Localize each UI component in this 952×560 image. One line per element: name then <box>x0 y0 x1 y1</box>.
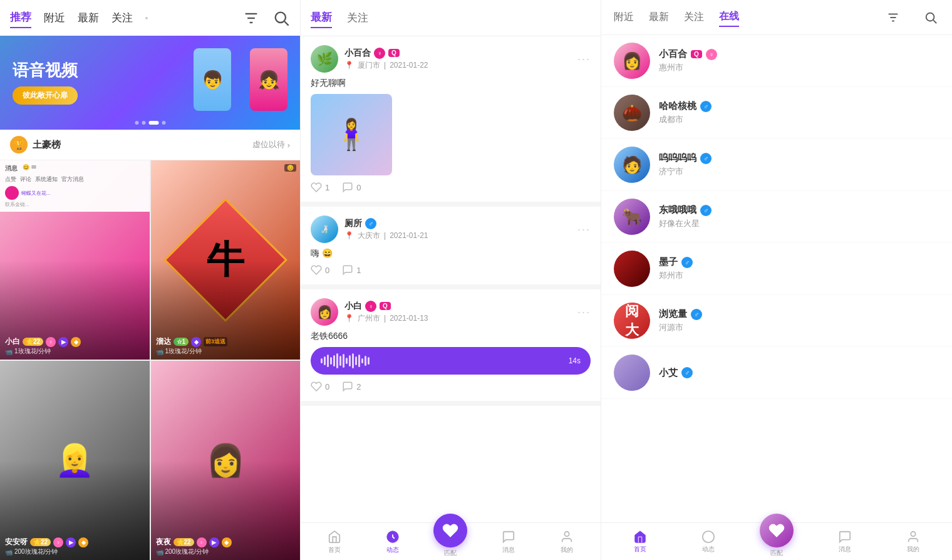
gender-icon: ♂ <box>700 101 711 112</box>
svg-point-10 <box>926 13 934 21</box>
feed-more-button[interactable]: ··· <box>577 223 591 236</box>
online-avatar <box>614 251 650 287</box>
bottom-nav-feed-label: 动态 <box>386 546 399 554</box>
filter-icon[interactable] <box>242 9 260 27</box>
online-avatar: 阅大 <box>614 303 650 339</box>
feed-like-button[interactable]: 0 <box>311 381 329 392</box>
feed-text: 嗨 😄 <box>311 248 591 259</box>
feed-more-button[interactable]: ··· <box>577 306 591 319</box>
feed-location: 厦门市 <box>358 60 380 71</box>
right-bottom-match[interactable]: 匹配 <box>743 526 811 557</box>
right-nav-follow[interactable]: 关注 <box>684 8 704 26</box>
right-bottom-nav: 首页 动态 匹配 消息 我的 <box>601 522 952 560</box>
gender-badge: ♀ <box>365 301 376 312</box>
nav-item-latest[interactable]: 最新 <box>78 8 99 28</box>
online-item[interactable]: 墨子 ♂ 郑州市 <box>601 243 952 295</box>
online-name-text: 小艾 <box>659 367 678 379</box>
feed-date: 2021-01-22 <box>390 61 428 70</box>
right-top-nav: 附近 最新 关注 在线 <box>601 0 952 35</box>
online-item[interactable]: 🐂 东哦哦哦 ♂ 好像在火星 <box>601 191 952 243</box>
online-avatar: 🧑 <box>614 147 650 183</box>
video-card[interactable]: 牛 😊 溜达 ☆1 ◆ 前3追送 📹1玫瑰花/分钟 <box>151 160 301 360</box>
nav-item-recommend[interactable]: 推荐 <box>10 8 31 28</box>
online-location: 济宁市 <box>659 166 939 177</box>
feed-avatar: 🍶 <box>311 215 338 243</box>
online-name-text: 哈哈核桃 <box>659 100 696 112</box>
mid-nav-follow[interactable]: 关注 <box>347 8 368 28</box>
feed-location: 大庆市 <box>358 231 380 241</box>
feed-username-text: 小百合 <box>344 48 371 59</box>
middle-panel: 最新 关注 🌿 小百合 ♀ Q 📍 厦门市 | 2021-01- <box>301 0 601 560</box>
feed-more-button[interactable]: ··· <box>577 53 591 66</box>
svg-point-13 <box>911 531 915 536</box>
feed-like-button[interactable]: 1 <box>311 182 329 193</box>
gender-icon: ♂ <box>700 153 711 164</box>
audio-player[interactable]: 14s <box>311 347 591 375</box>
right-bottom-profile[interactable]: 我的 <box>879 530 947 554</box>
feed-text: 老铁6666 <box>311 331 591 342</box>
gender-icon: ♂ <box>681 257 693 268</box>
feed-username-text: 厕所 <box>344 218 362 229</box>
svg-line-4 <box>284 21 288 25</box>
mid-nav-latest[interactable]: 最新 <box>311 8 332 28</box>
online-item[interactable]: 小艾 ♂ <box>601 347 952 399</box>
svg-point-12 <box>703 531 714 542</box>
online-item[interactable]: 👩 小百合 Q ♀ 惠州市 <box>601 35 952 87</box>
online-list: 👩 小百合 Q ♀ 惠州市 🌰 哈哈核桃 ♂ 成都市 🧑 <box>601 35 952 522</box>
online-avatar: 🌰 <box>614 95 650 131</box>
right-bottom-feed[interactable]: 动态 <box>675 530 743 554</box>
bottom-nav-message-label: 消息 <box>502 546 515 554</box>
right-search-icon[interactable] <box>922 9 939 26</box>
right-bottom-match-label: 匹配 <box>770 549 783 557</box>
nav-item-nearby[interactable]: 附近 <box>44 8 65 28</box>
online-location: 好像在火星 <box>659 218 939 229</box>
video-card[interactable]: 👱‍♀️ 安安呀 ⭐22 ♀ ▶ ◆ 📹200玫瑰花/分钟 <box>0 361 150 560</box>
right-nav-latest[interactable]: 最新 <box>649 8 669 26</box>
gender-icon: ♂ <box>700 205 711 216</box>
banner-dots <box>135 121 165 125</box>
right-nav-nearby[interactable]: 附近 <box>614 8 634 26</box>
online-name-text: 墨子 <box>659 256 678 268</box>
left-top-nav: 推荐 附近 最新 关注 <box>0 0 300 36</box>
video-card[interactable]: 消息😊 ✉ 点赞 评论 系统通知 官方消息 蝴蝶又在花... 联系金铙... <box>0 160 150 360</box>
bottom-nav-message[interactable]: 消息 <box>480 529 538 554</box>
gender-icon: ♂ <box>691 309 702 320</box>
search-icon[interactable] <box>272 9 290 27</box>
right-bottom-profile-label: 我的 <box>907 545 919 554</box>
online-location: 郑州市 <box>659 270 939 281</box>
banner-figure: 👦 👧 <box>187 42 287 123</box>
bottom-nav-match[interactable]: 匹配 <box>422 526 480 557</box>
feed-comment-button[interactable]: 2 <box>342 381 361 392</box>
bottom-nav-match-label: 匹配 <box>444 549 457 557</box>
right-filter-icon[interactable] <box>884 9 902 26</box>
video-card[interactable]: 👩 夜夜 ⭐22 ♀ ▶ ◆ 📹200玫瑰花/分钟 <box>151 361 301 560</box>
bottom-nav-profile[interactable]: 我的 <box>537 529 596 554</box>
online-avatar: 👩 <box>614 43 650 79</box>
online-name-text: 东哦哦哦 <box>659 204 696 216</box>
online-item[interactable]: 🧑 呜呜呜呜 ♂ 济宁市 <box>601 139 952 191</box>
feed-comment-button[interactable]: 1 <box>342 264 361 276</box>
feed-date: 2021-01-21 <box>390 231 428 240</box>
svg-point-6 <box>564 531 569 536</box>
right-bottom-home[interactable]: 首页 <box>606 530 675 554</box>
feed-item: 🍶 厕所 ♂ 📍 大庆市 | 2021-01-21 ··· 嗨 😄 <box>301 207 601 289</box>
banner-button[interactable]: 彼此敞开心扉 <box>13 86 78 105</box>
bottom-nav-match-button[interactable] <box>433 514 467 547</box>
feed-like-button[interactable]: 0 <box>311 264 329 276</box>
online-item[interactable]: 阅大 浏览量 ♂ 河源市 <box>601 295 952 347</box>
leaderboard-title: 土豪榜 <box>33 139 252 151</box>
nav-item-follow[interactable]: 关注 <box>111 8 133 28</box>
bottom-nav-feed[interactable]: 动态 <box>364 529 422 554</box>
online-name-text: 浏览量 <box>659 308 687 320</box>
gender-icon: ♀ <box>706 49 717 60</box>
leaderboard-placeholder[interactable]: 虚位以待 › <box>252 139 290 150</box>
trophy-icon: 🏆 <box>10 136 28 153</box>
online-item[interactable]: 🌰 哈哈核桃 ♂ 成都市 <box>601 87 952 139</box>
bottom-nav-home[interactable]: 首页 <box>306 529 364 554</box>
feed-comment-button[interactable]: 0 <box>342 182 361 193</box>
right-bottom-message-label: 消息 <box>839 545 851 554</box>
right-bottom-message[interactable]: 消息 <box>810 530 879 554</box>
feed-item: 👩 小白 ♀ Q 📍 广州市 | 2021-01-13 ··· <box>301 289 601 406</box>
leaderboard-row: 🏆 土豪榜 虚位以待 › <box>0 130 300 160</box>
right-nav-online[interactable]: 在线 <box>719 8 739 27</box>
